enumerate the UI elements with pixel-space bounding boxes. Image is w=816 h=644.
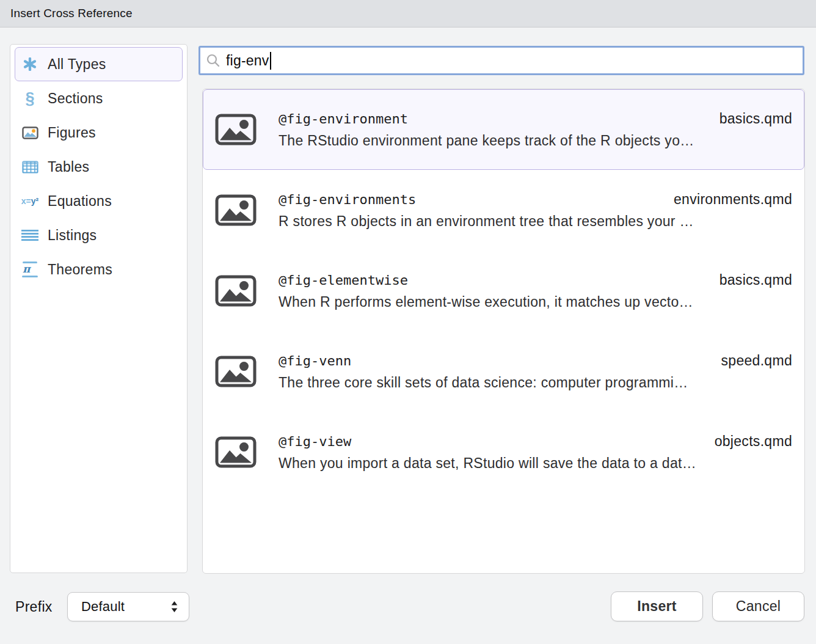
cross-reference-results-list: @fig-environment basics.qmd The RStudio … bbox=[202, 89, 805, 574]
image-placeholder-icon bbox=[215, 275, 257, 307]
sidebar-item-label: Figures bbox=[48, 125, 96, 141]
result-description: When you import a data set, RStudio will… bbox=[279, 455, 792, 472]
dialog-title: Insert Cross Reference bbox=[10, 7, 133, 20]
type-filter-sidebar: All Types § Sections Figures bbox=[10, 44, 188, 573]
result-description: R stores R objects in an environment tre… bbox=[279, 213, 792, 230]
dialog-titlebar: Insert Cross Reference bbox=[0, 0, 816, 27]
text-caret bbox=[270, 52, 271, 70]
image-placeholder-icon bbox=[215, 114, 257, 145]
result-ref-id: @fig-environment bbox=[279, 111, 408, 126]
result-file-name: environments.qmd bbox=[674, 191, 792, 208]
sidebar-item-theorems[interactable]: π Theorems bbox=[15, 252, 183, 287]
result-description: The RStudio environment pane keeps track… bbox=[279, 133, 792, 149]
asterisk-icon bbox=[21, 57, 39, 71]
prefix-selected-value: Default bbox=[81, 599, 125, 615]
sidebar-item-label: All Types bbox=[48, 56, 106, 73]
theorem-pi-icon: π bbox=[21, 262, 39, 277]
figure-image-icon bbox=[21, 126, 39, 139]
sidebar-item-figures[interactable]: Figures bbox=[15, 115, 183, 150]
sidebar-item-sections[interactable]: § Sections bbox=[15, 81, 183, 115]
result-file-name: objects.qmd bbox=[715, 433, 792, 450]
search-icon bbox=[206, 53, 220, 68]
result-ref-id: @fig-view bbox=[279, 434, 351, 449]
prefix-label: Prefix bbox=[15, 599, 53, 615]
result-item[interactable]: @fig-elementwise basics.qmd When R perfo… bbox=[203, 251, 804, 331]
sidebar-item-all-types[interactable]: All Types bbox=[15, 47, 183, 81]
sidebar-item-equations[interactable]: x=y² Equations bbox=[15, 184, 183, 218]
prefix-select[interactable]: Default bbox=[67, 592, 189, 621]
result-description: When R performs element-wise execution, … bbox=[279, 294, 792, 310]
result-ref-id: @fig-elementwise bbox=[279, 273, 408, 288]
result-ref-id: @fig-venn bbox=[279, 353, 351, 368]
listing-lines-icon bbox=[21, 229, 39, 241]
result-item[interactable]: @fig-view objects.qmd When you import a … bbox=[203, 412, 804, 492]
result-ref-id: @fig-environments bbox=[279, 192, 416, 207]
result-item[interactable]: @fig-venn speed.qmd The three core skill… bbox=[203, 331, 804, 412]
result-item[interactable]: @fig-environment basics.qmd The RStudio … bbox=[203, 89, 804, 170]
sidebar-item-label: Sections bbox=[48, 90, 103, 107]
sidebar-item-label: Tables bbox=[48, 159, 89, 175]
image-placeholder-icon bbox=[215, 194, 257, 226]
cancel-button[interactable]: Cancel bbox=[712, 591, 804, 621]
insert-button[interactable]: Insert bbox=[611, 591, 703, 621]
result-file-name: basics.qmd bbox=[719, 111, 792, 127]
result-file-name: speed.qmd bbox=[721, 353, 793, 369]
result-description: The three core skill sets of data scienc… bbox=[279, 375, 792, 391]
search-query-text: fig-env bbox=[226, 53, 269, 69]
sidebar-item-label: Equations bbox=[48, 193, 112, 210]
result-item[interactable]: @fig-environments environments.qmd R sto… bbox=[203, 170, 804, 251]
sidebar-item-label: Listings bbox=[48, 227, 97, 244]
sidebar-item-label: Theorems bbox=[48, 262, 112, 278]
image-placeholder-icon bbox=[215, 356, 257, 387]
select-arrows-icon bbox=[170, 600, 178, 613]
sidebar-item-tables[interactable]: Tables bbox=[15, 150, 183, 184]
sidebar-item-listings[interactable]: Listings bbox=[15, 218, 183, 252]
search-input[interactable]: fig-env bbox=[199, 46, 804, 75]
equation-icon: x=y² bbox=[21, 197, 39, 205]
section-sign-icon: § bbox=[21, 90, 39, 107]
image-placeholder-icon bbox=[215, 436, 257, 468]
result-file-name: basics.qmd bbox=[719, 272, 792, 288]
table-grid-icon bbox=[21, 161, 39, 174]
